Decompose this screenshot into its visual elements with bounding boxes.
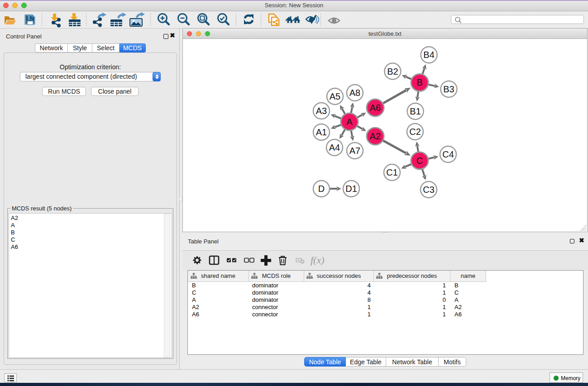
svg-text:B2: B2 xyxy=(387,67,398,76)
svg-text:C3: C3 xyxy=(423,185,435,195)
svg-text:B4: B4 xyxy=(423,50,434,60)
svg-text:A1: A1 xyxy=(316,127,327,137)
svg-text:C2: C2 xyxy=(409,127,421,137)
svg-text:B: B xyxy=(416,77,422,87)
svg-text:B3: B3 xyxy=(443,84,454,94)
svg-text:A7: A7 xyxy=(349,146,360,156)
svg-text:f(x): f(x) xyxy=(311,254,325,266)
svg-text:C: C xyxy=(416,156,423,166)
svg-text:A6: A6 xyxy=(370,103,381,113)
svg-text:A2: A2 xyxy=(370,131,381,141)
svg-text:B1: B1 xyxy=(410,106,421,116)
svg-text:A: A xyxy=(346,117,353,127)
svg-text:D1: D1 xyxy=(345,184,357,194)
svg-text:D: D xyxy=(318,184,325,194)
svg-text:A3: A3 xyxy=(316,106,327,116)
svg-text:C1: C1 xyxy=(386,167,398,177)
svg-text:C4: C4 xyxy=(442,149,454,159)
svg-text:A4: A4 xyxy=(329,143,340,152)
svg-text:A5: A5 xyxy=(330,91,340,101)
svg-text:A8: A8 xyxy=(349,88,360,98)
